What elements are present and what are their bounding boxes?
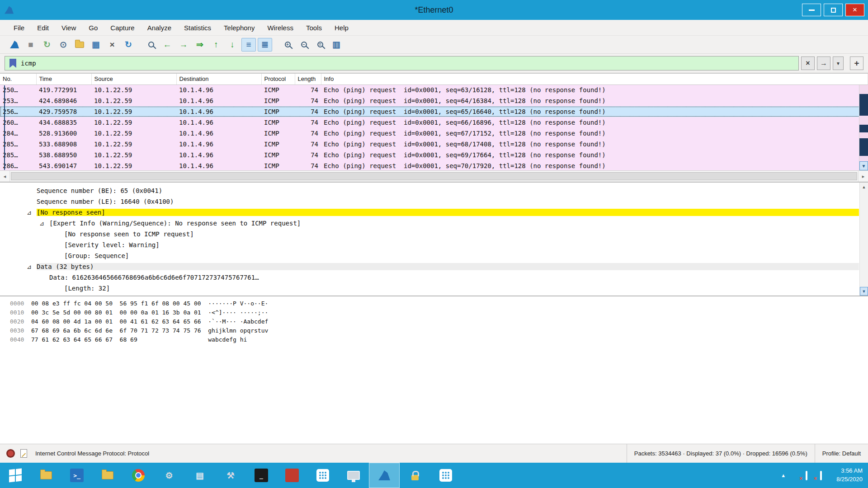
details-scroll-down[interactable]: ▼ (860, 287, 868, 296)
filter-add-button[interactable]: + (850, 56, 863, 70)
taskbar-toolbox[interactable] (277, 463, 307, 488)
go-back-button[interactable]: ← (160, 38, 175, 52)
file-open-button[interactable] (72, 38, 87, 52)
menu-go[interactable]: Go (82, 20, 104, 35)
detail-line[interactable]: [Length: 32] (0, 283, 859, 294)
file-close-button[interactable]: × (105, 38, 119, 52)
taskbar-settings-gears[interactable]: ⚙ (154, 463, 184, 488)
capture-restart-button[interactable]: ↻ (40, 38, 54, 52)
scrollbar-minimap[interactable] (859, 85, 868, 161)
hex-row[interactable]: 003067 68 69 6a 6b 6c 6d 6e 6f 70 71 72 … (10, 327, 868, 336)
taskbar-clock[interactable]: 3:56 AM8/25/2020 (836, 467, 863, 484)
zoom-100-button[interactable]: = (313, 38, 327, 52)
detail-line[interactable]: Sequence number (LE): 16640 (0x4100) (0, 196, 859, 207)
detail-line[interactable]: [No response seen to ICMP request] (0, 229, 859, 239)
expander-icon[interactable]: ⊿ (39, 220, 49, 227)
go-first-button[interactable]: ↑ (209, 38, 223, 52)
packet-row-selected[interactable]: 256…429.75957810.1.22.5910.1.4.96ICMP74E… (0, 106, 868, 117)
column-header-no[interactable]: No. (0, 74, 36, 84)
packet-row[interactable]: 285…538.68895010.1.22.5910.1.4.96ICMP74E… (0, 150, 868, 160)
expander-icon[interactable]: ⊿ (27, 263, 37, 270)
scroll-left-arrow[interactable]: ◂ (0, 171, 10, 182)
go-to-packet-button[interactable]: ⇒ (193, 38, 207, 52)
column-header-info[interactable]: Info (321, 74, 868, 84)
detail-line[interactable]: [Severity level: Warning] (0, 239, 859, 250)
capture-options-button[interactable]: ⊙ (56, 38, 71, 52)
menu-file[interactable]: File (7, 20, 31, 35)
detail-line[interactable]: ⊿Data (32 bytes) (0, 261, 859, 272)
taskbar-start[interactable] (0, 463, 31, 488)
detail-line[interactable]: Sequence number (BE): 65 (0x0041) (0, 185, 859, 196)
hex-row[interactable]: 000000 08 e3 ff fc 04 00 50 56 95 f1 6f … (10, 300, 868, 309)
details-scrollbar[interactable]: ▲ ▼ (859, 183, 868, 296)
detail-line[interactable]: ⊿[No response seen] (0, 207, 859, 218)
menu-edit[interactable]: Edit (31, 20, 55, 35)
detail-line[interactable]: [Group: Sequence] (0, 250, 859, 261)
zoom-out-button[interactable]: − (297, 38, 311, 52)
hex-row[interactable]: 001000 3c 5e 5d 00 00 80 01 00 00 0a 01 … (10, 309, 868, 318)
taskbar-performance-monitor[interactable] (338, 463, 369, 488)
packet-row[interactable]: 250…419.77299110.1.22.5910.1.4.96ICMP74E… (0, 84, 868, 95)
taskbar-chrome[interactable] (123, 463, 154, 488)
menu-help[interactable]: Help (328, 20, 355, 35)
column-header-length[interactable]: Length (295, 74, 321, 84)
menu-telephony[interactable]: Telephony (217, 20, 261, 35)
packet-list-scrollbar[interactable]: ▼ (859, 85, 868, 170)
menu-wireless[interactable]: Wireless (261, 20, 300, 35)
keyboard-icon[interactable] (820, 472, 829, 479)
detail-line[interactable]: Data: 6162636465666768696a6b6c6d6e6f7071… (0, 272, 859, 283)
taskbar-wireshark[interactable] (369, 463, 400, 488)
taskbar-admin-tools[interactable]: ⚒ (215, 463, 246, 488)
reload-button[interactable]: ↻ (121, 38, 136, 52)
capture-stop-button[interactable]: ■ (24, 38, 38, 52)
menu-analyze[interactable]: Analyze (141, 20, 178, 35)
auto-scroll-button[interactable]: ≡ (241, 38, 256, 52)
taskbar-command-prompt[interactable]: _ (246, 463, 277, 488)
minimize-button[interactable] (802, 4, 821, 16)
packet-row[interactable]: 286…543.69014710.1.22.5910.1.4.96ICMP74E… (0, 160, 868, 171)
capture-comment-icon[interactable] (20, 449, 27, 458)
hscroll-thumb[interactable] (11, 172, 857, 180)
details-scroll-up[interactable]: ▲ (860, 183, 868, 191)
packet-row[interactable]: 284…528.91360010.1.22.5910.1.4.96ICMP74E… (0, 128, 868, 139)
zoom-in-button[interactable]: + (280, 38, 295, 52)
menu-capture[interactable]: Capture (104, 20, 141, 35)
detail-line[interactable]: ⊿[Expert Info (Warning/Sequence): No res… (0, 218, 859, 229)
go-last-button[interactable]: ↓ (225, 38, 240, 52)
volume-muted-icon[interactable]: × (791, 472, 800, 479)
column-header-source[interactable]: Source (91, 74, 176, 84)
expert-info-icon[interactable] (6, 449, 15, 458)
column-header-time[interactable]: Time (36, 74, 91, 84)
column-header-protocol[interactable]: Protocol (261, 74, 295, 84)
taskbar-folder-libraries[interactable] (92, 463, 123, 488)
packet-row[interactable]: 253…424.68984610.1.22.5910.1.4.96ICMP74E… (0, 95, 868, 106)
find-packet-button[interactable] (144, 38, 158, 52)
bookmark-icon[interactable] (9, 59, 16, 68)
column-header-destination[interactable]: Destination (176, 74, 261, 84)
status-profile[interactable]: Profile: Default (815, 444, 868, 463)
network-disconnected-icon[interactable]: × (806, 472, 815, 479)
close-button[interactable]: × (845, 4, 864, 16)
file-save-button[interactable]: ▦ (89, 38, 103, 52)
taskbar-file-explorer[interactable] (31, 463, 61, 488)
display-filter-input[interactable]: icmp (5, 56, 799, 70)
scroll-right-arrow[interactable]: ▸ (858, 171, 868, 182)
packet-row[interactable]: 285…533.68890810.1.22.5910.1.4.96ICMP74E… (0, 139, 868, 150)
scroll-down-button[interactable]: ▼ (859, 161, 868, 170)
menu-tools[interactable]: Tools (300, 20, 328, 35)
hex-row[interactable]: 002004 60 08 00 4d 1a 00 01 00 41 61 62 … (10, 318, 868, 327)
resize-columns-button[interactable]: ▥ (329, 38, 344, 52)
menu-view[interactable]: View (55, 20, 82, 35)
packet-list-hscrollbar[interactable]: ◂ ▸ (0, 170, 868, 182)
colorize-button[interactable]: ≣ (258, 38, 272, 52)
filter-clear-button[interactable]: × (801, 56, 815, 70)
filter-dropdown-button[interactable]: ▼ (833, 56, 844, 70)
taskbar-powershell[interactable]: >_ (61, 463, 92, 488)
packet-row[interactable]: 260…434.68883510.1.22.5910.1.4.96ICMP74E… (0, 117, 868, 128)
expander-icon[interactable]: ⊿ (27, 209, 37, 216)
hex-row[interactable]: 004077 61 62 63 64 65 66 67 68 69wabcdef… (10, 336, 868, 345)
taskbar-app-window[interactable]: ▤ (184, 463, 215, 488)
tray-chevron-icon[interactable]: ▲ (781, 473, 786, 478)
maximize-button[interactable] (824, 4, 843, 16)
taskbar-lock[interactable] (400, 463, 430, 488)
